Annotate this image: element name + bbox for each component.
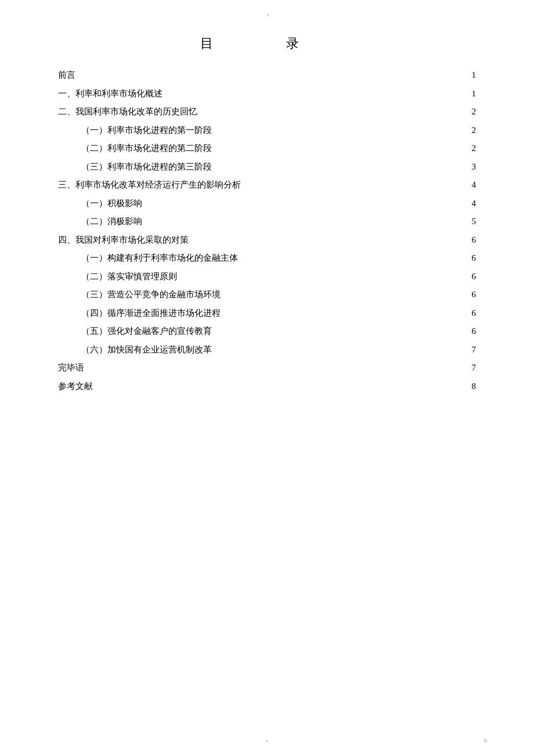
toc-item-page: 1: [472, 85, 477, 103]
toc-item-page: 6: [472, 231, 477, 250]
toc-item-text: （一）积极影响: [81, 195, 470, 213]
toc-item-page: 2: [472, 103, 477, 121]
toc-item-page: 8: [472, 377, 477, 396]
toc-item: （二）落实审慎管理原则6: [81, 268, 476, 286]
toc-item-text: 前言: [58, 66, 470, 85]
toc-item: 四、我国对利率市场化采取的对策6: [58, 231, 476, 250]
toc-item-text: （二）利率市场化进程的第二阶段: [81, 139, 470, 158]
toc-item-text: （一）构建有利于利率市场化的金融主体: [81, 249, 470, 268]
footer-dot: ·: [266, 737, 268, 746]
toc-item-page: 6: [472, 322, 477, 341]
toc-item-page: 5: [472, 213, 477, 231]
document-page: · 目 录 前言1一、利率和利率市场化概述1二、我国利率市场化改革的历史回忆2（…: [0, 0, 534, 756]
top-dot: ·: [267, 10, 269, 19]
footer-arrow: >: [484, 737, 488, 746]
toc-item-text: （五）强化对金融客户的宣传教育: [81, 322, 470, 341]
toc-item-text: （四）循序渐进全面推进市场化进程: [81, 304, 470, 323]
toc-item-text: （一）利率市场化进程的第一阶段: [81, 121, 470, 140]
toc-list: 前言1一、利率和利率市场化概述1二、我国利率市场化改革的历史回忆2（一）利率市场…: [58, 66, 476, 395]
toc-item: 三、利率市场化改革对经济运行产生的影响分析4: [58, 176, 476, 195]
toc-item: 前言1: [58, 66, 476, 85]
toc-item-page: 1: [472, 66, 477, 85]
toc-item-page: 7: [472, 341, 477, 359]
toc-item-text: 二、我国利率市场化改革的历史回忆: [58, 103, 470, 121]
toc-item-page: 6: [472, 304, 477, 323]
toc-item: （一）利率市场化进程的第一阶段2: [81, 121, 476, 140]
toc-item: （五）强化对金融客户的宣传教育6: [81, 322, 476, 341]
toc-item-text: 一、利率和利率市场化概述: [58, 85, 470, 103]
toc-item-text: （六）加快国有企业运营机制改革: [81, 341, 470, 359]
toc-item: 一、利率和利率市场化概述1: [58, 85, 476, 103]
toc-item-text: 参考文献: [58, 377, 470, 396]
toc-item-text: （二）消极影响: [81, 213, 470, 231]
toc-item: （三）利率市场化进程的第三阶段3: [81, 158, 476, 177]
toc-item: （四）循序渐进全面推进市场化进程6: [81, 304, 476, 323]
toc-item-text: 三、利率市场化改革对经济运行产生的影响分析: [58, 176, 470, 195]
toc-item-page: 4: [472, 176, 477, 195]
toc-item-page: 2: [472, 121, 477, 140]
toc-item-text: 四、我国对利率市场化采取的对策: [58, 231, 470, 250]
toc-item-page: 6: [472, 249, 477, 268]
toc-item-text: （三）营造公平竞争的金融市场环境: [81, 286, 470, 304]
toc-item: （二）利率市场化进程的第二阶段2: [81, 139, 476, 158]
toc-item-text: 完毕语: [58, 359, 470, 377]
toc-item-page: 6: [472, 286, 477, 304]
toc-item-page: 7: [472, 359, 477, 377]
toc-item: （一）构建有利于利率市场化的金融主体6: [81, 249, 476, 268]
toc-item: （一）积极影响4: [81, 195, 476, 213]
toc-item-page: 6: [472, 268, 477, 286]
toc-item-text: （三）利率市场化进程的第三阶段: [81, 158, 470, 177]
toc-item: 二、我国利率市场化改革的历史回忆2: [58, 103, 476, 121]
toc-item: （二）消极影响5: [81, 213, 476, 231]
toc-item: （六）加快国有企业运营机制改革7: [81, 341, 476, 359]
toc-item: 参考文献8: [58, 377, 476, 396]
toc-title: 目 录: [58, 35, 476, 52]
toc-item-page: 2: [472, 139, 477, 158]
toc-item: 完毕语7: [58, 359, 476, 377]
toc-item-page: 3: [472, 158, 477, 177]
toc-item: （三）营造公平竞争的金融市场环境6: [81, 286, 476, 304]
toc-item-text: （二）落实审慎管理原则: [81, 268, 470, 286]
toc-item-page: 4: [472, 195, 477, 213]
